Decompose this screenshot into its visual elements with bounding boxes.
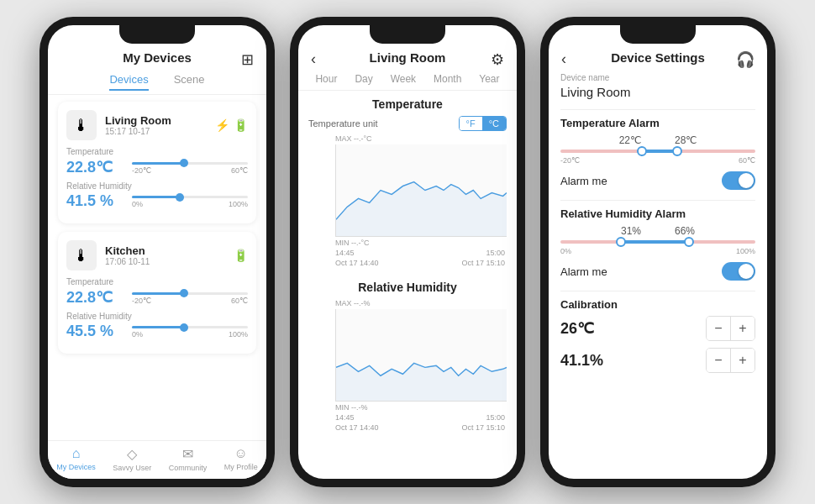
bluetooth-icon: ⚡ xyxy=(215,118,229,132)
temp-alarm-row: Alarm me xyxy=(560,171,755,190)
humidity-min-1: 0% xyxy=(132,200,143,208)
humidity-low-val: 31% xyxy=(621,225,641,237)
temp-slider-2[interactable] xyxy=(132,292,248,295)
mail-icon: ✉ xyxy=(182,446,193,462)
tab-hour[interactable]: Hour xyxy=(315,73,337,85)
temp-value-2: 22.8℃ xyxy=(66,288,125,307)
temp-min-2: -20℃ xyxy=(132,297,151,305)
diamond-icon: ◇ xyxy=(127,446,137,462)
bottom-nav: ⌂ My Devices ◇ Savvy User ✉ Community ☺ … xyxy=(48,440,266,479)
humidity-slider-1[interactable] xyxy=(132,196,248,198)
temp-time-1: 14:45 xyxy=(335,249,355,257)
headphone-icon[interactable]: 🎧 xyxy=(736,50,755,69)
humidity-slider-2[interactable] xyxy=(132,326,248,328)
humidity-alarm-toggle[interactable] xyxy=(722,262,755,281)
home-icon: ⌂ xyxy=(72,446,81,461)
phone-my-devices: My Devices ⊞ Devices Scene 🌡 Living Room xyxy=(39,17,275,487)
humidity-high-val: 66% xyxy=(675,225,695,237)
calibration-humidity-row: 41.1% − + xyxy=(560,348,755,373)
temp-range-max: 60℃ xyxy=(739,156,755,165)
temp-high-val: 28℃ xyxy=(675,134,697,146)
add-device-icon[interactable]: ⊞ xyxy=(241,50,254,69)
humidity-alarm-section: Relative Humidity Alarm 31% 66% 0% xyxy=(560,207,755,281)
tabs-bar: Devices Scene xyxy=(48,68,266,95)
humidity-chart-area xyxy=(335,309,507,402)
device-name-kitchen: Kitchen xyxy=(105,244,150,257)
calibration-humidity-stepper[interactable]: − + xyxy=(706,348,755,373)
tab-week[interactable]: Week xyxy=(391,73,416,85)
calibration-temp-value: 26℃ xyxy=(560,319,594,338)
back-icon[interactable]: ‹ xyxy=(311,50,316,68)
device-name-living-room: Living Room xyxy=(105,114,171,127)
tab-devices[interactable]: Devices xyxy=(109,73,148,91)
header-bar-3: ‹ Device Settings 🎧 xyxy=(549,44,767,68)
calibration-humidity-value: 41.1% xyxy=(560,352,603,370)
page-title: My Devices xyxy=(123,50,192,65)
humidity-increment-btn[interactable]: + xyxy=(731,349,755,372)
device-card-kitchen[interactable]: 🌡 Kitchen 17:06 10-11 🔋 Temperature xyxy=(58,232,256,354)
person-icon: ☺ xyxy=(234,446,248,461)
device-icon-living-room: 🌡 xyxy=(66,110,97,140)
device-time-kitchen: 17:06 10-11 xyxy=(105,257,150,266)
divider-3 xyxy=(560,291,755,291)
divider-1 xyxy=(560,109,755,110)
temp-alarm-toggle[interactable] xyxy=(722,171,755,190)
device-name-value: Living Room xyxy=(560,85,755,99)
settings-icon[interactable]: ⚙ xyxy=(491,50,504,69)
tab-year[interactable]: Year xyxy=(479,73,499,85)
humidity-value-1: 41.5 % xyxy=(66,192,125,210)
temp-toggle-knob xyxy=(739,173,754,188)
nav-my-profile[interactable]: ☺ My Profile xyxy=(224,446,258,472)
hum-date-2: Oct 17 15:10 xyxy=(461,423,505,432)
temp-time-2: 15:00 xyxy=(486,249,505,257)
temp-alarm-track[interactable] xyxy=(560,150,755,153)
humidity-alarm-label: Alarm me xyxy=(560,265,607,278)
device-card-living-room[interactable]: 🌡 Living Room 15:17 10-17 ⚡ 🔋 Temp xyxy=(58,102,256,223)
humidity-max-1: 100% xyxy=(229,200,248,208)
phone-living-room: ‹ Living Room ⚙ Hour Day Week Month Year… xyxy=(290,17,525,487)
device-time-living-room: 15:17 10-17 xyxy=(105,127,171,136)
calibration-section: Calibration 26℃ − + 41.1% xyxy=(560,298,755,373)
battery-icon: 🔋 xyxy=(234,118,248,132)
notch xyxy=(119,25,195,44)
temp-alarm-section: Temperature Alarm 22℃ 28℃ -20℃ 60℃ xyxy=(560,117,755,190)
calibration-temp-row: 26℃ − + xyxy=(560,316,755,341)
unit-f-btn[interactable]: °F xyxy=(460,117,482,130)
battery-icon-kitchen: 🔋 xyxy=(234,249,248,262)
unit-toggle[interactable]: °F °C xyxy=(459,116,507,131)
nav-savvy-user[interactable]: ◇ Savvy User xyxy=(113,446,151,472)
humidity-decrement-btn[interactable]: − xyxy=(707,349,730,372)
tab-month[interactable]: Month xyxy=(434,73,461,85)
divider-2 xyxy=(560,200,755,201)
nav-community[interactable]: ✉ Community xyxy=(169,446,208,472)
humidity-range-min: 0% xyxy=(560,247,571,255)
temp-alarm-title: Temperature Alarm xyxy=(560,117,755,129)
hum-time-1: 14:45 xyxy=(335,413,355,422)
temp-low-val: 22℃ xyxy=(619,134,641,146)
time-tabs: Hour Day Week Month Year xyxy=(298,68,517,91)
temp-date-1: Oct 17 14:40 xyxy=(335,259,379,267)
humidity-alarm-track[interactable] xyxy=(560,240,755,244)
humidity-max-label: MAX --.-% xyxy=(335,299,507,307)
humidity-range-max: 100% xyxy=(736,247,755,255)
device-list: 🌡 Living Room 15:17 10-17 ⚡ 🔋 Temp xyxy=(48,95,266,440)
hum-date-1: Oct 17 14:40 xyxy=(335,423,379,432)
back-icon-3[interactable]: ‹ xyxy=(561,50,566,68)
nav-my-devices[interactable]: ⌂ My Devices xyxy=(56,446,96,472)
phone-device-settings: ‹ Device Settings 🎧 Device name Living R… xyxy=(540,17,776,487)
temp-decrement-btn[interactable]: − xyxy=(707,317,730,340)
humidity-chart-section: Relative Humidity MAX --.-% MIN --.-% 14… xyxy=(298,274,517,438)
temp-max-1: 60℃ xyxy=(231,166,248,175)
tab-scene[interactable]: Scene xyxy=(174,73,205,91)
temp-max-2: 60℃ xyxy=(231,297,248,305)
calibration-temp-stepper[interactable]: − + xyxy=(706,316,755,341)
temp-slider-1[interactable] xyxy=(132,162,248,165)
unit-c-btn[interactable]: °C xyxy=(482,117,506,130)
temp-range-min: -20℃ xyxy=(560,156,580,165)
device-icon-kitchen: 🌡 xyxy=(66,240,97,270)
humidity-label-1: Relative Humidity xyxy=(66,181,248,191)
tab-day[interactable]: Day xyxy=(355,73,372,85)
temp-min-label: MIN --.-°C xyxy=(335,239,507,247)
device-name-label: Device name xyxy=(560,73,755,82)
temp-increment-btn[interactable]: + xyxy=(731,317,755,340)
